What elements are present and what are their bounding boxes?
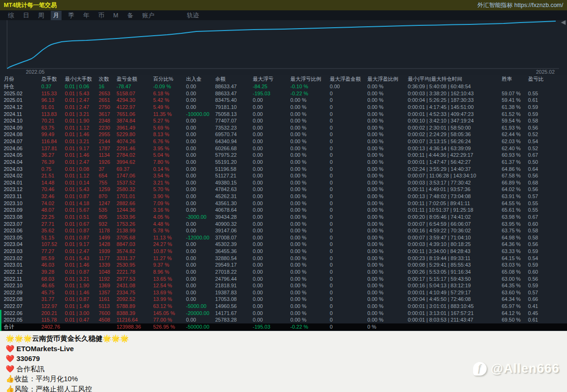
table-row-2024.03[interactable]: 2024.030.750.01 | 0.083769.370.14 %0.005… <box>0 166 567 173</box>
value-cell: 0.00 <box>253 124 290 131</box>
value-cell: 0.00 % <box>367 186 408 193</box>
value-cell: 99.49 <box>41 131 65 138</box>
table-row-持仓[interactable]: 持仓0.370.01 | 0.0616-78.47-0.09 %0.008863… <box>0 83 567 90</box>
table-row-2022.11[interactable]: 2022.1168.030.01 | 3.2111922977.5313.65 … <box>0 276 567 283</box>
value-cell: 1369 <box>99 282 117 289</box>
value-cell: 0.01 | 0.08 <box>65 166 99 173</box>
table-row-2023.01[interactable]: 2023.0146.030.01 | 1.4613392530.959.37 %… <box>0 261 567 269</box>
tab-周[interactable]: 周 <box>36 11 47 20</box>
table-row-2023.06[interactable]: 2023.0635.620.01 | 0.8711782138.995.78 %… <box>0 227 567 234</box>
value-cell: 0:00:03 | 3:53:17 | 77:30:42 <box>408 179 502 186</box>
value-cell: 1701.01 <box>117 193 153 200</box>
value-cell: 0.00 <box>253 316 290 323</box>
value-cell: 0.00 % <box>290 282 330 289</box>
value-cell: 1357 <box>99 289 117 296</box>
value-cell: 0.00 % <box>367 296 408 303</box>
value-cell: 45.75 <box>41 289 65 296</box>
tab-综[interactable]: 综 <box>6 11 16 20</box>
table-row-2023.12[interactable]: 2023.1270.460.01 | 5.4312592580.325.70 %… <box>0 186 567 193</box>
value-cell: 60.93 % <box>502 152 528 159</box>
value-cell: 79181.10 <box>215 104 253 111</box>
value-cell: 0.00 <box>253 179 290 186</box>
value-cell: 0.01 | 1.46 <box>65 131 99 138</box>
value-cell: 0.00 <box>253 117 290 124</box>
table-row-2024.01[interactable]: 2024.0114.480.01 | 0.147551537.523.21 %0… <box>0 179 567 186</box>
table-row-2024.02[interactable]: 2024.0221.510.01 | 1.126541747.063.54 %0… <box>0 172 567 179</box>
value-cell: 74.02 <box>41 200 65 207</box>
tab-M[interactable]: M <box>111 11 121 19</box>
tab-trajectory[interactable]: 轨迹 <box>185 11 202 20</box>
table-row-2024.11[interactable]: 2024.11113.830.01 | 3.2136177651.0611.35… <box>0 111 567 118</box>
value-cell: 45262.31 <box>215 193 253 200</box>
tab-年[interactable]: 年 <box>81 11 92 20</box>
value-cell: 0.55 <box>528 200 566 207</box>
table-row-2025.02[interactable]: 2025.02115.330.01 | 5.4326535158.076.18 … <box>0 90 567 97</box>
table-row-2024.10[interactable]: 2024.1070.210.01 | 1.9023483874.845.27 %… <box>0 117 567 124</box>
table-row-2022.08[interactable]: 2022.0831.770.01 | 0.8711612092.5213.99 … <box>0 296 567 303</box>
table-row-合计[interactable]: 合计2402.76123988.36526.95 %-50000.00-195.… <box>0 323 567 331</box>
table-row-2023.03[interactable]: 2023.0377.270.01 | 2.4719393574.8210.87 … <box>0 248 567 255</box>
table-row-2023.04[interactable]: 2023.04107.520.01 | 9.1714288847.0324.27… <box>0 241 567 248</box>
value-cell: 0.00 <box>186 200 215 207</box>
value-cell: 12.54 % <box>153 282 186 289</box>
table-row-2022.09[interactable]: 2022.0945.750.01 | 1.4613572334.7513.69 … <box>0 289 567 296</box>
table-row-2023.07[interactable]: 2023.0727.710.01 | 0.679321753.264.48 %0… <box>0 221 567 228</box>
table-row-2023.02[interactable]: 2023.0285.590.01 | 5.4311773331.3711.27 … <box>0 255 567 262</box>
table-row-2022.06[interactable]: 2022.06200.210.01 | 3.0076008388.39145.0… <box>0 310 567 317</box>
value-cell: 0.00 <box>253 200 290 207</box>
value-cell: 0 <box>330 261 367 269</box>
tab-账户[interactable]: 账户 <box>140 11 157 20</box>
value-cell: 63.91 % <box>502 193 528 200</box>
tab-备[interactable]: 备 <box>125 11 136 20</box>
month-cell: 2024.04 <box>4 159 41 166</box>
value-cell: 0:00:10 | 3:42:10 | 347:19:24 <box>408 117 502 124</box>
tab-币[interactable]: 币 <box>96 11 107 20</box>
value-cell: 0.00 <box>186 276 215 283</box>
value-cell: 96.13 <box>41 97 65 104</box>
table-row-2022.07[interactable]: 2022.07122.970.01 | 1.4951135788.8963.12… <box>0 303 567 310</box>
month-cell: 2023.12 <box>4 186 41 193</box>
value-cell: 0.01 | 1.46 <box>65 261 99 269</box>
value-cell: 11.27 % <box>153 255 186 262</box>
table-row-2024.04[interactable]: 2024.0476.390.01 | 2.4719263994.627.80 %… <box>0 159 567 166</box>
table-row-2025.01[interactable]: 2025.0196.130.01 | 2.4726514294.305.42 %… <box>0 97 567 104</box>
value-cell: 755 <box>99 179 117 186</box>
table-row-2023.09[interactable]: 2023.0948.070.01 | 5.675351244.363.16 %0… <box>0 207 567 214</box>
value-cell: 0.00 % <box>290 241 330 248</box>
tab-季[interactable]: 季 <box>66 11 77 20</box>
column-header: 最大浮亏 <box>253 75 290 83</box>
value-cell: 5.78 % <box>153 227 186 234</box>
table-row-2024.05[interactable]: 2024.0536.270.01 | 1.4611342784.025.04 %… <box>0 152 567 159</box>
table-row-2024.12[interactable]: 2024.1291.010.01 | 2.4727504122.975.49 %… <box>0 104 567 111</box>
value-cell: 0.00 <box>186 131 215 138</box>
value-cell: 535 <box>99 207 117 214</box>
month-cell: 2024.03 <box>4 166 41 173</box>
table-row-2024.09[interactable]: 2024.0963.750.01 | 1.1222303961.495.69 %… <box>0 124 567 131</box>
table-row-2024.06[interactable]: 2024.06137.810.01 | 9.1717872291.463.95 … <box>0 145 567 152</box>
value-cell: 0:00:13 | 7:48:02 | 73:04:08 <box>408 193 502 200</box>
table-row-2024.07[interactable]: 2024.07116.840.01 | 3.2121444074.266.76 … <box>0 138 567 145</box>
tab-月[interactable]: 月 <box>51 11 62 20</box>
value-cell: 63.95 % <box>502 221 528 228</box>
value-cell: 0 <box>330 193 367 200</box>
column-header: 百分比% <box>153 75 186 83</box>
value-cell: 0.00 % <box>290 261 330 269</box>
value-cell: 0.58 <box>528 234 566 241</box>
equity-chart: 2022.05 2025.02 <box>0 20 567 75</box>
value-cell: 0.01 | 9.17 <box>65 241 99 248</box>
table-row-2022.12[interactable]: 2022.1239.280.01 | 0.8710482221.788.96 %… <box>0 269 567 276</box>
table-row-2024.08[interactable]: 2024.0899.490.01 | 1.4629555229.808.13 %… <box>0 131 567 138</box>
table-row-2023.08[interactable]: 2023.0822.250.01 | 0.518051533.964.05 %-… <box>0 214 567 221</box>
table-row-2023.05[interactable]: 2023.0551.150.01 | 0.8714993705.6811.13 … <box>0 234 567 241</box>
value-cell: 0 <box>330 282 367 289</box>
curve-end-arrow-icon <box>561 20 566 25</box>
tab-日[interactable]: 日 <box>21 11 31 20</box>
value-cell: 14171.67 <box>215 310 253 317</box>
value-cell: -10000.00 <box>186 111 215 118</box>
table-row-2022.05[interactable]: 2022.05115.780.01 | 0.47450811216.6477.0… <box>0 316 567 323</box>
value-cell: 39434.28 <box>215 214 253 221</box>
table-row-2022.10[interactable]: 2022.1046.650.01 | 1.9013692431.0812.54 … <box>0 282 567 289</box>
table-row-2023.11[interactable]: 2023.1132.460.01 | 0.878701701.013.90 %0… <box>0 193 567 200</box>
table-row-2023.10[interactable]: 2023.1074.020.01 | 4.1812472882.667.09 %… <box>0 200 567 207</box>
value-cell: 0.00 % <box>367 227 408 234</box>
